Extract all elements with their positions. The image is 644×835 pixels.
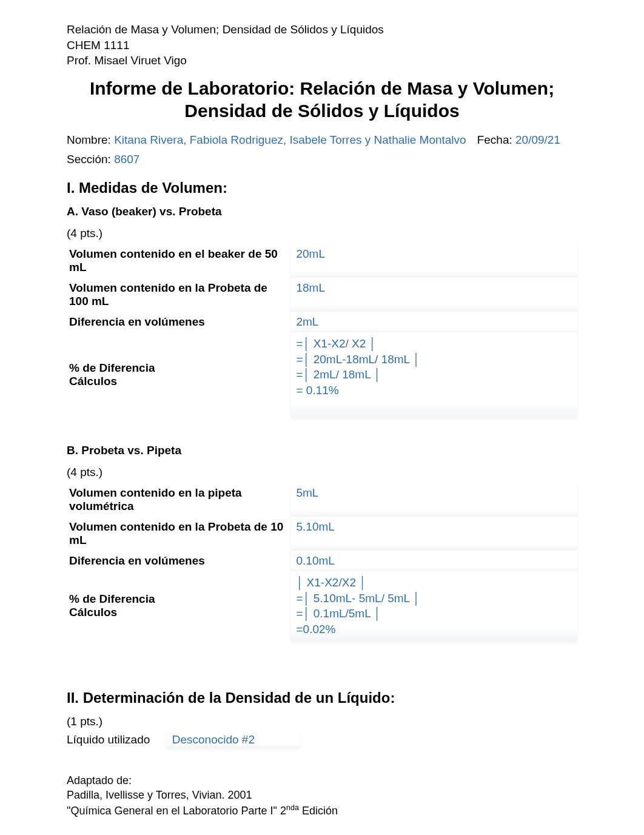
row-value: 5mL xyxy=(291,483,577,517)
calc-label-line: Cálculos xyxy=(69,606,289,619)
row-value: 20mL xyxy=(291,244,577,278)
footer-line-2: Padilla, Ivellisse y Torres, Vivian. 200… xyxy=(67,788,577,802)
calc-label: % de Diferencia Cálculos xyxy=(67,571,291,641)
table-part-a: Volumen contenido en el beaker de 50 mL … xyxy=(67,244,577,417)
row-label: Diferencia en volúmenes xyxy=(67,551,291,571)
liquido-label: Líquido utilizado xyxy=(67,733,150,746)
footer-text: Edición xyxy=(299,805,338,817)
row-value: 0.10mL xyxy=(291,551,577,571)
fecha-label: Fecha: xyxy=(477,133,515,146)
row-label: Volumen contenido en la pipeta volumétri… xyxy=(67,483,291,517)
section-1b-heading: B. Probeta vs. Pipeta xyxy=(67,444,577,457)
table-part-b: Volumen contenido en la pipeta volumétri… xyxy=(67,483,577,641)
calc-value: =│ X1-X2/ X2 │ =│ 20mL-18mL/ 18mL │ =│ 2… xyxy=(291,332,577,417)
row-label: Volumen contenido en la Probeta de 100 m… xyxy=(67,278,291,312)
section-2-points: (1 pts.) xyxy=(67,715,577,728)
calc-value: │ X1-X2/X2 │ =│ 5.10mL- 5mL/ 5mL │ =│ 0.… xyxy=(291,571,577,641)
document-footer: Adaptado de: Padilla, Ivellisse y Torres… xyxy=(67,773,577,818)
calc-line: =│ 5.10mL- 5mL/ 5mL │ xyxy=(296,591,575,606)
seccion-label: Sección: xyxy=(67,153,114,166)
section-1a-points: (4 pts.) xyxy=(67,227,577,240)
section-1a-heading: A. Vaso (beaker) vs. Probeta xyxy=(67,205,577,218)
document-header: Relación de Masa y Volumen; Densidad de … xyxy=(67,22,577,69)
document-title: Informe de Laboratorio: Relación de Masa… xyxy=(67,77,577,122)
section-2-heading: II. Determinación de la Densidad de un L… xyxy=(67,689,577,706)
footer-line-1: Adaptado de: xyxy=(67,773,577,788)
header-line-3: Prof. Misael Viruet Vigo xyxy=(67,53,577,69)
header-line-2: CHEM 1111 xyxy=(67,38,577,53)
row-value: 18mL xyxy=(291,278,577,312)
table-row: Diferencia en volúmenes 2mL xyxy=(67,312,577,332)
calc-line: │ X1-X2/X2 │ xyxy=(296,575,575,591)
table-row: Volumen contenido en la Probeta de 10 mL… xyxy=(67,517,577,551)
table-row: Volumen contenido en el beaker de 50 mL … xyxy=(67,244,577,278)
section-1b-points: (4 pts.) xyxy=(67,466,577,479)
section-1-heading: I. Medidas de Volumen: xyxy=(67,179,577,196)
footer-text: "Química General en el Laboratorio Parte… xyxy=(67,805,286,817)
table-row-calc: % de Diferencia Cálculos │ X1-X2/X2 │ =│… xyxy=(67,571,577,641)
calc-line: =0.02% xyxy=(296,622,575,637)
calc-line: =│ 0.1mL/5mL │ xyxy=(296,606,575,622)
footer-line-3: "Química General en el Laboratorio Parte… xyxy=(67,803,577,818)
row-label: Volumen contenido en la Probeta de 10 mL xyxy=(67,517,291,551)
row-label: Volumen contenido en el beaker de 50 mL xyxy=(67,244,291,278)
calc-label: % de Diferencia Cálculos xyxy=(67,332,291,417)
liquido-value: Desconocido #2 xyxy=(166,732,300,748)
calc-label-line: Cálculos xyxy=(69,375,289,388)
row-value: 2mL xyxy=(291,312,577,332)
table-row-calc: % de Diferencia Cálculos =│ X1-X2/ X2 │ … xyxy=(67,332,577,417)
table-row: Diferencia en volúmenes 0.10mL xyxy=(67,551,577,571)
nombre-label: Nombre: xyxy=(67,133,114,146)
calc-line: =│ 20mL-18mL/ 18mL │ xyxy=(296,352,575,367)
seccion-value: 8607 xyxy=(114,153,139,166)
info-row-seccion: Sección: 8607 xyxy=(67,153,577,166)
table-row: Volumen contenido en la Probeta de 100 m… xyxy=(67,278,577,312)
row-value: 5.10mL xyxy=(291,517,577,551)
calc-line: =│ X1-X2/ X2 │ xyxy=(296,336,575,352)
info-row-nombre: Nombre: Kitana Rivera, Fabiola Rodriguez… xyxy=(67,133,577,147)
row-label: Diferencia en volúmenes xyxy=(67,312,291,332)
calc-label-line: % de Diferencia xyxy=(69,361,289,375)
footer-superscript: nda xyxy=(286,803,299,812)
liquido-row: Líquido utilizado Desconocido #2 xyxy=(67,732,577,748)
calc-line: =│ 2mL/ 18mL │ xyxy=(296,367,575,383)
fecha-value: 20/09/21 xyxy=(515,133,560,146)
nombre-value: Kitana Rivera, Fabiola Rodriguez, Isabel… xyxy=(114,133,466,146)
calc-label-line: % de Diferencia xyxy=(69,592,289,606)
calc-line: = 0.11% xyxy=(296,383,575,398)
table-row: Volumen contenido en la pipeta volumétri… xyxy=(67,483,577,517)
header-line-1: Relación de Masa y Volumen; Densidad de … xyxy=(67,22,577,38)
